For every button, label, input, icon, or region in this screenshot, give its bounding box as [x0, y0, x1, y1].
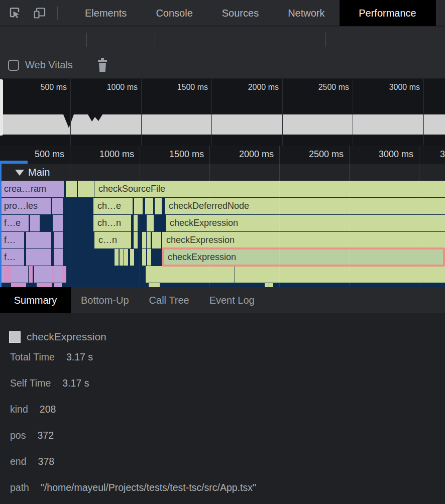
flame-event[interactable] [330, 266, 334, 283]
flame-event[interactable]: ch…n [93, 215, 131, 231]
tab-performance[interactable]: Performance [340, 0, 436, 26]
flame-event[interactable] [357, 266, 361, 283]
tab-bottom-up[interactable]: Bottom-Up [71, 287, 139, 313]
flame-event[interactable] [149, 198, 153, 214]
flame-event[interactable] [32, 232, 51, 248]
flame-event[interactable] [307, 266, 311, 283]
flame-event[interactable] [155, 198, 162, 214]
flame-event[interactable] [142, 249, 146, 266]
flame-event[interactable] [396, 266, 400, 283]
tab-summary[interactable]: Summary [0, 287, 71, 313]
flame-event[interactable]: ch…e [93, 198, 133, 214]
flame-event[interactable] [265, 283, 269, 287]
flame-event[interactable] [124, 249, 128, 266]
flame-event[interactable] [416, 266, 420, 283]
flame-event[interactable] [404, 266, 408, 283]
flame-event[interactable] [52, 198, 56, 214]
inspect-icon[interactable] [8, 7, 21, 20]
flame-event[interactable]: f…e [0, 215, 29, 231]
flame-event[interactable] [299, 266, 303, 283]
flame-event[interactable] [54, 232, 63, 248]
web-vitals-checkbox[interactable] [8, 60, 19, 71]
flame-event[interactable] [54, 266, 62, 283]
flame-event[interactable] [72, 181, 77, 197]
flame-event[interactable] [4, 266, 11, 283]
flame-event[interactable] [342, 266, 346, 283]
flame-event[interactable]: checkSourceFile [94, 181, 445, 197]
trash-icon[interactable] [96, 58, 109, 71]
flame-event[interactable]: checkDeferredNode [165, 198, 445, 214]
tab-call-tree[interactable]: Call Tree [139, 287, 199, 313]
flame-event[interactable] [295, 266, 299, 283]
flame-event[interactable] [147, 232, 151, 248]
flame-event[interactable] [242, 266, 246, 283]
flame-event[interactable] [400, 266, 404, 283]
flame-event[interactable]: checkExpression [162, 247, 445, 267]
flame-event[interactable] [34, 266, 52, 283]
flame-event[interactable] [156, 283, 160, 287]
flame-event[interactable] [152, 232, 161, 248]
flame-event[interactable] [56, 198, 63, 214]
device-toolbar-icon[interactable] [33, 7, 46, 20]
flame-event[interactable] [145, 198, 149, 214]
flame-event[interactable] [361, 266, 365, 283]
flame-event[interactable] [435, 266, 439, 283]
flame-event[interactable] [388, 266, 392, 283]
flame-event[interactable]: checkExpression [166, 215, 445, 231]
tab-elements[interactable]: Elements [70, 0, 141, 26]
web-vitals-label[interactable]: Web Vitals [25, 59, 73, 71]
timeline-overview[interactable]: 500 ms1000 ms1500 ms2000 ms2500 ms3000 m… [0, 79, 445, 146]
flame-event[interactable] [442, 266, 445, 283]
flame-event[interactable] [376, 266, 380, 283]
flame-event[interactable] [130, 249, 134, 266]
flame-event[interactable] [147, 249, 151, 266]
tab-event-log[interactable]: Event Log [199, 287, 265, 313]
flame-event[interactable] [54, 283, 58, 287]
flame-event[interactable]: pro…les [0, 198, 51, 214]
flame-event[interactable] [66, 181, 70, 197]
flame-event[interactable] [334, 266, 338, 283]
flame-event[interactable] [120, 249, 124, 266]
flame-event[interactable] [134, 215, 138, 231]
flame-event[interactable] [53, 215, 63, 231]
flame-event[interactable] [58, 283, 62, 287]
flame-event[interactable] [353, 266, 357, 283]
flame-event[interactable] [284, 266, 288, 283]
flame-event[interactable] [423, 266, 427, 283]
flame-event[interactable]: c…n [94, 232, 131, 248]
flame-event[interactable] [322, 266, 326, 283]
tab-network[interactable]: Network [273, 0, 339, 26]
flame-event[interactable]: checkExpression [162, 232, 445, 248]
main-flamechart[interactable]: crea…ramcheckSourceFilepro…lesch…echeckD… [0, 181, 445, 287]
flame-event[interactable] [408, 266, 412, 283]
flame-event[interactable] [142, 232, 146, 248]
flame-event[interactable] [392, 266, 396, 283]
flame-event[interactable] [11, 266, 28, 283]
flame-event[interactable] [427, 266, 431, 283]
disclosure-triangle-icon[interactable] [15, 170, 24, 176]
flame-event[interactable] [36, 215, 40, 231]
flame-event[interactable] [115, 249, 119, 266]
flame-event[interactable] [88, 181, 94, 197]
flame-event[interactable] [365, 266, 369, 283]
flame-event[interactable] [318, 266, 322, 283]
tab-console[interactable]: Console [141, 0, 207, 26]
flame-event[interactable] [134, 232, 138, 248]
flame-event[interactable] [311, 266, 315, 283]
flame-event[interactable] [380, 266, 384, 283]
flame-event[interactable]: f… [0, 249, 24, 266]
flame-event[interactable] [210, 266, 214, 283]
flame-event[interactable] [29, 266, 33, 283]
flame-event[interactable] [37, 283, 52, 287]
flame-event[interactable]: f… [0, 232, 24, 248]
flame-event[interactable] [54, 249, 63, 266]
tab-sources[interactable]: Sources [207, 0, 273, 26]
flame-event[interactable] [134, 198, 143, 214]
main-track-header[interactable]: Main [0, 164, 445, 181]
flame-event[interactable] [263, 266, 267, 283]
flame-event[interactable]: crea…ram [0, 181, 64, 197]
flame-event[interactable] [412, 266, 416, 283]
flame-event[interactable] [11, 283, 26, 287]
flame-event[interactable] [221, 266, 225, 283]
flame-event[interactable] [62, 266, 66, 283]
